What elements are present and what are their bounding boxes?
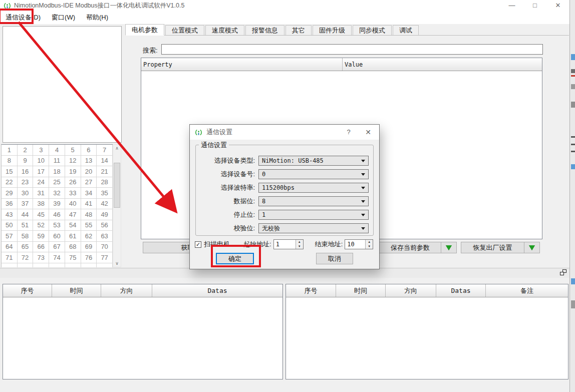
grid-cell[interactable]: 26 xyxy=(65,177,81,188)
grid-cell[interactable]: 9 xyxy=(18,156,34,167)
tab-5[interactable]: 固件升级 xyxy=(313,25,352,35)
grid-cell[interactable]: 63 xyxy=(97,231,113,242)
grid-cell[interactable]: 77 xyxy=(97,252,113,263)
menu-item-1[interactable]: 窗口(W) xyxy=(46,11,81,24)
grid-cell[interactable]: 8 xyxy=(2,156,18,167)
column-header-1[interactable]: 时间 xyxy=(336,284,386,297)
column-header-3[interactable]: Datas xyxy=(436,284,486,297)
grid-cell[interactable]: 47 xyxy=(65,209,81,220)
grid-cell[interactable]: 67 xyxy=(49,242,65,253)
column-header-3[interactable]: Datas xyxy=(152,284,282,297)
column-header-1[interactable]: 时间 xyxy=(52,284,101,297)
dialog-close-button[interactable]: ✕ xyxy=(357,125,379,140)
start-address-spinner[interactable]: 1 ▲▼ xyxy=(273,239,304,249)
save-params-dropdown[interactable] xyxy=(441,242,456,253)
grid-cell[interactable]: 28 xyxy=(97,177,113,188)
grid-cell[interactable]: 59 xyxy=(33,231,49,242)
column-header-1[interactable]: Value xyxy=(343,58,542,71)
column-header-0[interactable]: 序号 xyxy=(3,284,52,297)
grid-cell[interactable]: 11 xyxy=(49,156,65,167)
grid-cell[interactable]: 30 xyxy=(18,188,34,199)
grid-cell[interactable]: 69 xyxy=(81,242,97,253)
grid-cell[interactable]: 46 xyxy=(49,209,65,220)
grid-cell[interactable]: 22 xyxy=(2,177,18,188)
grid-cell[interactable]: 17 xyxy=(33,166,49,177)
grid-cell[interactable]: 5 xyxy=(65,145,81,156)
tab-4[interactable]: 其它 xyxy=(285,25,312,35)
cancel-button[interactable]: 取消 xyxy=(316,253,353,264)
grid-cell[interactable]: 12 xyxy=(65,156,81,167)
grid-cell[interactable]: 65 xyxy=(18,242,34,253)
grid-cell[interactable]: 61 xyxy=(65,231,81,242)
column-header-2[interactable]: 方向 xyxy=(386,284,436,297)
grid-cell[interactable]: 57 xyxy=(2,231,18,242)
grid-cell[interactable]: 73 xyxy=(33,252,49,263)
combo-2[interactable]: 115200bps xyxy=(258,183,369,193)
grid-cell[interactable]: 32 xyxy=(49,188,65,199)
close-button[interactable]: ✕ xyxy=(546,0,569,11)
grid-cell[interactable]: 7 xyxy=(97,145,113,156)
grid-cell[interactable]: 14 xyxy=(97,156,113,167)
ok-button[interactable]: 确定 xyxy=(216,253,254,264)
grid-cell[interactable]: 39 xyxy=(49,199,65,210)
grid-cell[interactable]: 23 xyxy=(18,177,34,188)
dialog-help-button[interactable]: ? xyxy=(340,125,357,140)
grid-cell[interactable]: 40 xyxy=(65,199,81,210)
grid-cell[interactable]: 41 xyxy=(81,199,97,210)
column-header-2[interactable]: 方向 xyxy=(101,284,152,297)
minimize-button[interactable]: — xyxy=(500,0,523,11)
grid-cell[interactable]: 66 xyxy=(33,242,49,253)
grid-cell[interactable]: 42 xyxy=(97,199,113,210)
combo-0[interactable]: NiMotion: USB-485 xyxy=(258,156,369,166)
grid-cell[interactable]: 43 xyxy=(2,209,18,220)
restore-factory-dropdown[interactable] xyxy=(524,242,539,253)
grid-cell[interactable]: 44 xyxy=(18,209,34,220)
combo-4[interactable]: 1 xyxy=(258,210,369,220)
grid-cell[interactable]: 2 xyxy=(18,145,34,156)
grid-cell[interactable]: 3 xyxy=(33,145,49,156)
menu-item-0[interactable]: 通信设备(D) xyxy=(0,11,46,24)
maximize-button[interactable]: □ xyxy=(523,0,546,11)
grid-cell[interactable]: 55 xyxy=(81,220,97,231)
tab-2[interactable]: 速度模式 xyxy=(205,25,244,35)
grid-cell[interactable]: 74 xyxy=(49,252,65,263)
grid-cell[interactable]: 64 xyxy=(2,242,18,253)
grid-cell[interactable]: 18 xyxy=(49,166,65,177)
grid-cell[interactable]: 21 xyxy=(97,166,113,177)
column-header-0[interactable]: Property xyxy=(141,58,343,71)
spinner-arrows-icon[interactable]: ▲▼ xyxy=(365,240,373,249)
grid-cell[interactable]: 15 xyxy=(2,166,18,177)
column-header-0[interactable]: 序号 xyxy=(286,284,336,297)
grid-cell[interactable]: 56 xyxy=(97,220,113,231)
scroll-up-icon[interactable]: ∧ xyxy=(113,145,121,152)
grid-cell[interactable]: 20 xyxy=(81,166,97,177)
grid-cell[interactable]: 19 xyxy=(65,166,81,177)
menu-item-2[interactable]: 帮助(H) xyxy=(81,11,114,24)
grid-cell[interactable]: 4 xyxy=(49,145,65,156)
grid-cell[interactable]: 70 xyxy=(97,242,113,253)
grid-cell[interactable]: 75 xyxy=(65,252,81,263)
grid-cell[interactable]: 68 xyxy=(65,242,81,253)
grid-cell[interactable]: 58 xyxy=(18,231,34,242)
end-address-spinner[interactable]: 10 ▲▼ xyxy=(345,239,373,249)
grid-cell[interactable]: 6 xyxy=(81,145,97,156)
grid-cell[interactable]: 54 xyxy=(65,220,81,231)
grid-cell[interactable]: 36 xyxy=(2,199,18,210)
spinner-arrows-icon[interactable]: ▲▼ xyxy=(296,240,303,249)
tab-1[interactable]: 位置模式 xyxy=(165,25,204,35)
tab-6[interactable]: 同步模式 xyxy=(353,25,392,35)
grid-scrollbar[interactable]: ∧ ∨ xyxy=(113,144,121,267)
tab-7[interactable]: 调试 xyxy=(393,25,419,35)
grid-cell[interactable]: 33 xyxy=(65,188,81,199)
tab-0[interactable]: 电机参数 xyxy=(125,24,164,36)
scrollbar-thumb[interactable] xyxy=(114,163,120,208)
grid-cell[interactable]: 29 xyxy=(2,188,18,199)
scan-motor-checkbox[interactable]: ✓ xyxy=(195,241,201,248)
grid-cell[interactable]: 38 xyxy=(33,199,49,210)
grid-cell[interactable]: 51 xyxy=(18,220,34,231)
grid-cell[interactable]: 25 xyxy=(49,177,65,188)
grid-cell[interactable]: 16 xyxy=(18,166,34,177)
grid-cell[interactable]: 49 xyxy=(97,209,113,220)
grid-cell[interactable]: 37 xyxy=(18,199,34,210)
scroll-down-icon[interactable]: ∨ xyxy=(113,260,121,267)
